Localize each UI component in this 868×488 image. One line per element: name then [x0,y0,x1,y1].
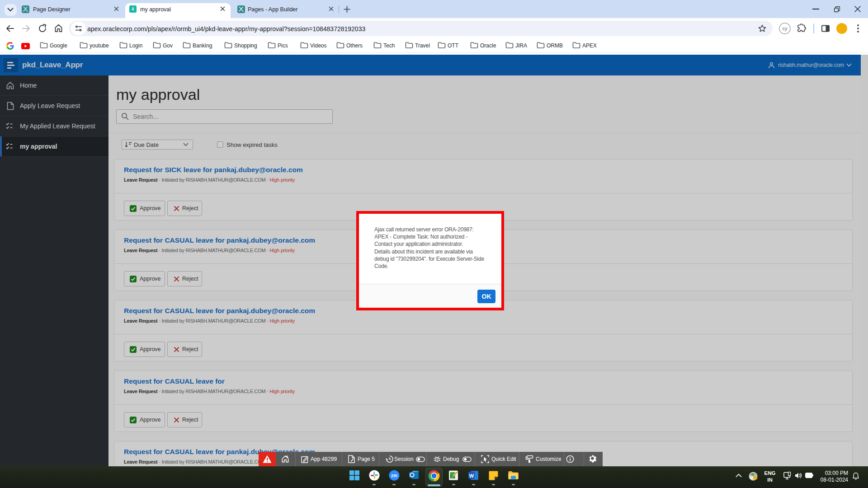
svg-text:cy: cy [783,26,788,31]
svg-text:zm: zm [391,473,397,478]
svg-text:W: W [469,473,474,479]
